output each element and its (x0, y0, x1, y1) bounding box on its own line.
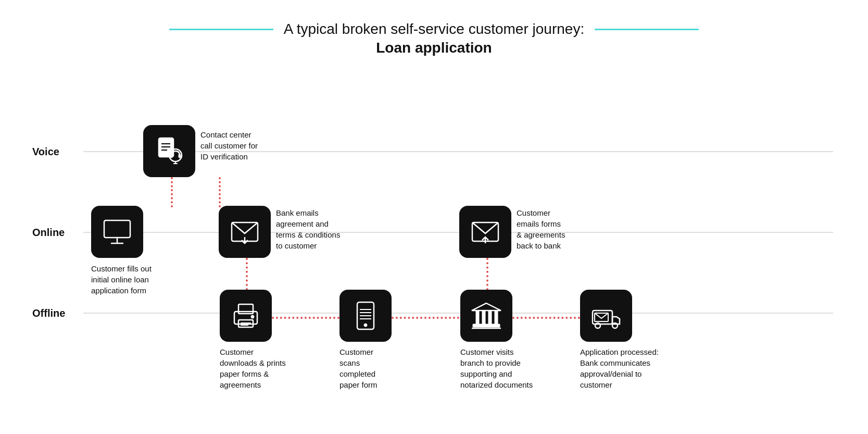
page-container: A typical broken self-service customer j… (0, 0, 868, 434)
svg-rect-6 (170, 154, 172, 158)
online-hline (83, 232, 833, 233)
offline-hline (83, 313, 833, 314)
svg-rect-34 (473, 324, 500, 327)
processed-icon (580, 290, 632, 342)
online-form-icon (91, 206, 143, 258)
bank-email-icon (219, 206, 271, 258)
dotted-h2 (392, 317, 459, 319)
svg-rect-16 (238, 304, 253, 314)
svg-rect-33 (495, 311, 498, 324)
contact-center-label: Contact centercall customer forID verifi… (200, 129, 305, 162)
svg-marker-29 (472, 303, 501, 311)
dotted-v3 (486, 258, 488, 290)
online-label: Online (32, 227, 65, 239)
scan-icon (339, 290, 392, 342)
dotted-v1b (219, 177, 221, 207)
scan-label: Customerscanscompletedpaper form (339, 346, 423, 390)
offline-label: Offline (32, 307, 65, 319)
customer-email-icon (459, 206, 511, 258)
svg-rect-30 (476, 311, 479, 324)
svg-rect-32 (488, 311, 492, 324)
voice-hline (83, 151, 833, 152)
processed-label: Application processed:Bank communicatesa… (580, 346, 684, 390)
dotted-v2 (246, 258, 248, 290)
bank-email-label: Bank emailsagreement andterms & conditio… (276, 207, 375, 251)
bank-branch-label: Customer visitsbranch to providesupporti… (460, 346, 559, 390)
voice-label: Voice (32, 146, 59, 158)
title-line-right (595, 29, 699, 30)
svg-rect-7 (179, 154, 181, 158)
bank-branch-icon (460, 290, 512, 342)
svg-rect-31 (482, 311, 485, 324)
dotted-h1 (272, 317, 339, 319)
online-form-label: Customer fills outinitial online loanapp… (91, 263, 180, 296)
dotted-h3 (512, 317, 580, 319)
title-line1: A typical broken self-service customer j… (284, 21, 584, 38)
title-line-left (169, 29, 273, 30)
contact-center-icon (143, 125, 195, 177)
print-icon (220, 290, 272, 342)
svg-point-26 (364, 324, 367, 327)
svg-point-20 (251, 315, 254, 318)
customer-email-label: Customeremails forms& agreementsback to … (517, 207, 610, 251)
title-section: A typical broken self-service customer j… (0, 0, 868, 56)
print-label: Customerdownloads & printspaper forms &a… (220, 346, 311, 390)
title-line2: Loan application (0, 40, 868, 56)
svg-rect-10 (104, 220, 130, 238)
dotted-v1 (171, 177, 173, 207)
